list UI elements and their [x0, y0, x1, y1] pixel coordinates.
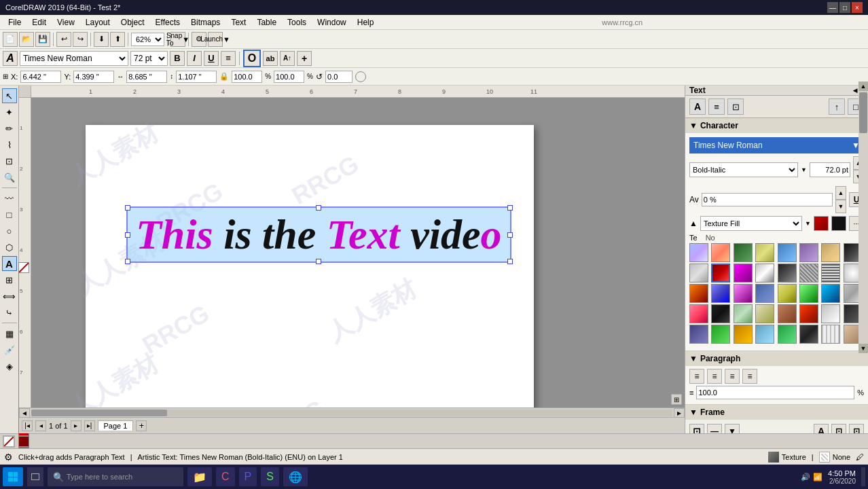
align-center-button[interactable]: ≡: [707, 369, 722, 384]
navigator-btn[interactable]: ⊞: [671, 394, 682, 405]
first-page-button[interactable]: |◂: [22, 420, 33, 431]
texture-cell-11[interactable]: [755, 264, 774, 283]
text-mode-icon[interactable]: A: [689, 98, 706, 115]
texture-cell-6[interactable]: [821, 243, 840, 262]
text-tool[interactable]: A: [2, 256, 17, 271]
frame-section-header[interactable]: ▼ Frame: [685, 405, 868, 420]
font-size-panel-input[interactable]: [810, 162, 850, 177]
frame-text-btn[interactable]: A: [814, 424, 829, 433]
texture-cell-36[interactable]: [778, 325, 797, 344]
height-input[interactable]: [176, 71, 217, 83]
add-page-button[interactable]: +: [136, 420, 147, 431]
texture-cell-27[interactable]: [755, 304, 774, 323]
texture-cell-22[interactable]: [821, 284, 840, 303]
window-controls[interactable]: — □ ×: [827, 2, 863, 13]
texture-cell-28[interactable]: [778, 304, 797, 323]
ellipse-tool[interactable]: ○: [2, 223, 17, 238]
texture-cell-17[interactable]: [711, 284, 730, 303]
texture-cell-1[interactable]: [711, 243, 730, 262]
bold-button[interactable]: B: [170, 51, 185, 66]
texture-cell-35[interactable]: [755, 325, 774, 344]
smart-draw-tool[interactable]: ⌇: [2, 137, 17, 152]
menu-window[interactable]: Window: [312, 16, 352, 29]
font-style-select[interactable]: Bold-Italic: [689, 162, 798, 177]
clock[interactable]: 4:50 PM 2/6/2020: [828, 469, 856, 485]
taskbar-browser[interactable]: 🌐: [283, 467, 308, 486]
text-tool-icon[interactable]: A: [3, 51, 18, 66]
panel-scroll-up-button[interactable]: ▲: [858, 86, 868, 91]
menu-bitmaps[interactable]: Bitmaps: [185, 16, 225, 29]
texture-cell-19[interactable]: [755, 284, 774, 303]
texture-cell-24[interactable]: [689, 304, 708, 323]
texture-cell-20[interactable]: [778, 284, 797, 303]
shift-input[interactable]: [702, 193, 833, 206]
scroll-thumb-h[interactable]: [31, 410, 167, 416]
next-page-button[interactable]: ▸: [71, 420, 82, 431]
texture-cell-8[interactable]: [689, 264, 708, 283]
drawing-canvas[interactable]: 人人素材 RRCG 人人素材 RRCG 人人素材 RRCG 人人素材 RRCG …: [31, 98, 685, 408]
prev-page-button[interactable]: ◂: [35, 420, 46, 431]
frame-arrow-btn[interactable]: ▼: [725, 424, 740, 433]
texture-cell-2[interactable]: [734, 243, 753, 262]
panel-scroll-down-button[interactable]: ▼: [858, 344, 868, 353]
align-left-button[interactable]: ≡: [689, 369, 704, 384]
texture-cell-38[interactable]: [821, 325, 840, 344]
panel-scroll-thumb[interactable]: [859, 92, 867, 133]
menu-tools[interactable]: Tools: [282, 16, 312, 29]
texture-cell-5[interactable]: [799, 243, 818, 262]
menu-view[interactable]: View: [52, 16, 80, 29]
italic-button[interactable]: I: [187, 51, 202, 66]
minimize-button[interactable]: —: [827, 2, 838, 13]
shift-down-button[interactable]: ▼: [835, 200, 846, 213]
color-chip-16[interactable]: [18, 436, 29, 447]
shift-up-button[interactable]: ▲: [835, 186, 846, 200]
align-right-button[interactable]: ≡: [725, 369, 740, 384]
zoom-select[interactable]: 62%: [131, 33, 164, 46]
texture-cell-0[interactable]: [689, 243, 708, 262]
align-button[interactable]: ≡: [221, 51, 236, 66]
scroll-right-button[interactable]: ▸: [674, 408, 685, 418]
color-chip-0[interactable]: [18, 262, 29, 273]
zoom-tool[interactable]: 🔍: [2, 170, 17, 185]
taskview-button[interactable]: [27, 467, 43, 486]
align-justify-button[interactable]: ≡: [742, 369, 757, 384]
frame-line-btn[interactable]: —: [707, 424, 722, 433]
menu-layout[interactable]: Layout: [80, 16, 115, 29]
character-btn[interactable]: O: [243, 50, 261, 67]
scale-x-input[interactable]: [232, 71, 262, 83]
character-section-header[interactable]: ▼ Character: [685, 118, 868, 133]
frame-align-btn[interactable]: ⊡: [831, 424, 846, 433]
texture-cell-33[interactable]: [711, 325, 730, 344]
font-name-panel-dropdown[interactable]: Times New Roman ▼: [689, 137, 864, 153]
color-swatch-1[interactable]: [814, 216, 829, 231]
taskbar-app3[interactable]: S: [261, 467, 279, 486]
search-bar[interactable]: 🔍 Type here to search: [48, 467, 183, 486]
launch-button[interactable]: Launch ▼: [208, 32, 223, 47]
rectangle-tool[interactable]: □: [2, 207, 17, 222]
add-char-btn[interactable]: +: [297, 51, 312, 66]
ab-btn[interactable]: ab: [263, 51, 278, 66]
horizontal-scrollbar[interactable]: ◂ ▸: [19, 408, 685, 417]
texture-cell-29[interactable]: [799, 304, 818, 323]
taskbar-app2[interactable]: P: [239, 467, 257, 486]
superscript-btn[interactable]: A↑: [280, 51, 295, 66]
texture-cell-16[interactable]: [689, 284, 708, 303]
page-tab-1[interactable]: Page 1: [98, 420, 134, 431]
color-swatch-2[interactable]: [831, 216, 846, 231]
menu-object[interactable]: Object: [115, 16, 150, 29]
maximize-button[interactable]: □: [839, 2, 850, 13]
texture-cell-26[interactable]: [734, 304, 753, 323]
paragraph-section-header[interactable]: ▼ Paragraph: [685, 351, 868, 366]
show-desktop-button[interactable]: [861, 467, 865, 486]
export-button[interactable]: ⬆: [110, 32, 125, 47]
texture-cell-34[interactable]: [734, 325, 753, 344]
panel-scrollbar[interactable]: ▲ ▼: [858, 86, 868, 353]
menu-effects[interactable]: Effects: [150, 16, 185, 29]
last-page-button[interactable]: ▸|: [84, 420, 95, 431]
texture-cell-9[interactable]: [711, 264, 730, 283]
eyedropper-tool[interactable]: 💉: [2, 342, 17, 357]
texture-cell-30[interactable]: [821, 304, 840, 323]
fill-tool[interactable]: ▦: [2, 326, 17, 341]
texture-cell-3[interactable]: [755, 243, 774, 262]
interactive-fill-tool[interactable]: ◈: [2, 359, 17, 374]
